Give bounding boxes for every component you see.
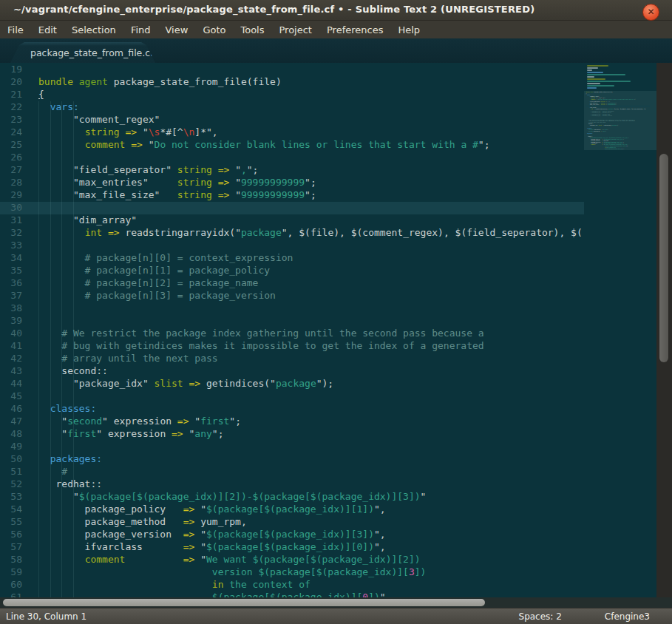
line-content: "$(package[$(package_idx)][2])-$(package… (22, 491, 426, 503)
vertical-scrollbar-track[interactable] (656, 63, 672, 597)
line-number: 57 (0, 541, 22, 554)
code-line-47: 47 "second" expression => "first"; (0, 416, 584, 428)
code-line-40: 40 # We restrict the package index gathe… (0, 328, 584, 340)
line-number: 38 (0, 302, 22, 315)
close-button[interactable]: ✕ (642, 4, 659, 21)
code-area[interactable]: 1920bundle agent package_state_from_file… (0, 63, 584, 597)
line-number: 41 (0, 340, 22, 353)
menu-item-file[interactable]: File (0, 24, 31, 35)
line-content: # package[n][1] = package_policy (22, 265, 270, 277)
code-line-56: 56 package_version => "$(package[$(packa… (0, 529, 584, 541)
vertical-scrollbar-thumb[interactable] (659, 154, 668, 362)
code-line-38: 38 (0, 302, 584, 315)
window-title: ~/vagrant/cfengine_enterprise/package_st… (13, 4, 534, 15)
code-line-46: 46 classes: (0, 403, 584, 416)
code-line-58: 58 comment => "We want $(package[$(packa… (0, 554, 584, 566)
code-line-31: 31 "dim_array" (0, 214, 584, 227)
tab-label: package_state_from_file.cf (30, 47, 154, 58)
code-line-23: 23 "comment_regex" (0, 114, 584, 126)
menu-item-selection[interactable]: Selection (64, 24, 123, 35)
tab-bar: package_state_from_file.cf (0, 38, 672, 63)
line-content: int => readstringarrayidx("package", $(f… (22, 227, 583, 240)
code-line-24: 24 string => "\s*#[^\n]*", (0, 126, 584, 139)
code-line-39: 39 (0, 315, 584, 328)
code-line-22: 22 vars: (0, 101, 584, 114)
menu-item-preferences[interactable]: Preferences (319, 24, 390, 35)
line-content: "max_file_size" string => "99999999999"; (22, 189, 316, 202)
minimap-code: 1920bundle agent package_state_from_file… (586, 90, 656, 152)
code-line-32: 32 int => readstringarrayidx("package", … (586, 108, 650, 109)
code-line-42: 42 # array until the next pass (0, 353, 584, 365)
line-content: $(package[$(package_idx)][0])" (22, 591, 386, 597)
line-content: "max_entries" string => "99999999999"; (22, 177, 316, 189)
tab-package-state-from-file[interactable]: package_state_from_file.cf (10, 42, 155, 63)
code-lines: 1920bundle agent package_state_from_file… (0, 64, 584, 597)
line-content: ifvarclass => "$(package[$(package_idx)]… (22, 541, 386, 554)
menu-item-goto[interactable]: Goto (195, 24, 233, 35)
line-number: 26 (0, 152, 22, 164)
code-line-57: 57 ifvarclass => "$(package[$(package_id… (0, 541, 584, 554)
indent-guide (73, 101, 74, 597)
line-number: 46 (0, 403, 22, 416)
line-number: 30 (0, 202, 22, 214)
line-content: # We restrict the package index gatherin… (22, 328, 484, 340)
code-line-55: 55 package_method => yum_rpm, (0, 516, 584, 529)
menu-item-edit[interactable]: Edit (31, 24, 64, 35)
code-line-35: 35 # package[n][1] = package_policy (0, 265, 584, 277)
line-content: package_policy => "$(package[$(package_i… (22, 503, 386, 516)
code-line-28: 28 "max_entries" string => "99999999999"… (0, 177, 584, 189)
line-content: "first" expression => "any"; (586, 130, 606, 132)
code-line-19: 19 (0, 64, 584, 76)
menu-item-tools[interactable]: Tools (233, 24, 271, 35)
line-number: 39 (0, 315, 22, 328)
line-content (22, 441, 38, 453)
line-content: "dim_array" (22, 214, 137, 227)
caret-position: Line 30, Column 1 (0, 611, 519, 622)
line-content: # array until the next pass (22, 353, 218, 365)
title-bar: ~/vagrant/cfengine_enterprise/package_st… (0, 0, 672, 21)
line-content: "second" expression => "first"; (22, 416, 241, 428)
line-number: 24 (0, 126, 22, 139)
line-content (22, 152, 38, 164)
code-line-41: 41 # bug with getindices makes it imposs… (0, 340, 584, 353)
menu-item-find[interactable]: Find (123, 24, 158, 35)
code-line-27: 27 "field_seperator" string => ","; (0, 164, 584, 177)
line-number: 32 (0, 227, 22, 240)
line-number: 52 (0, 478, 22, 491)
line-number: 50 (0, 453, 22, 466)
line-content: bundle agent package_state_from_file(fil… (22, 76, 282, 89)
code-line-59: 59 version $(package[$(package_idx)][3]) (0, 566, 584, 579)
minimap[interactable]: 1920bundle agent package_state_from_file… (584, 63, 656, 597)
line-content: # package[n][0] = context_expression (22, 252, 293, 265)
code-line-29: 29 "max_file_size" string => "9999999999… (0, 189, 584, 202)
line-content: { (22, 89, 44, 101)
line-number: 33 (0, 240, 22, 252)
horizontal-scrollbar-thumb[interactable] (3, 599, 485, 606)
line-content: in the context of (22, 579, 310, 591)
line-number: 42 (0, 353, 22, 365)
close-icon: ✕ (647, 7, 654, 17)
indent-guide (38, 101, 39, 597)
code-line-21: 21{ (0, 89, 584, 101)
code-line-20: 20bundle agent package_state_from_file(f… (0, 76, 584, 89)
line-number: 47 (0, 416, 22, 428)
line-content (22, 315, 38, 328)
code-line-34: 34 # package[n][0] = context_expression (0, 252, 584, 265)
line-content: # package[n][3] = package_version (586, 115, 612, 117)
indent-setting[interactable]: Spaces: 2 (519, 611, 562, 622)
code-line-25: 25 comment => "Do not consider blank lin… (0, 139, 584, 152)
line-content: package_method => yum_rpm, (22, 516, 247, 529)
line-content (22, 202, 38, 214)
line-number: 35 (0, 265, 22, 277)
menu-item-view[interactable]: View (158, 24, 196, 35)
status-bar: Line 30, Column 1 Spaces: 2 Cfengine3 (0, 608, 672, 624)
menu-item-project[interactable]: Project (271, 24, 319, 35)
line-number: 59 (0, 566, 22, 579)
syntax-mode[interactable]: Cfengine3 (605, 611, 650, 622)
menu-item-help[interactable]: Help (390, 24, 427, 35)
indent-guide (61, 101, 62, 597)
line-content (22, 240, 38, 252)
line-content: bundle agent package_state_from_file(fil… (586, 92, 613, 93)
line-content (22, 390, 38, 403)
horizontal-scrollbar-track[interactable] (0, 597, 672, 608)
